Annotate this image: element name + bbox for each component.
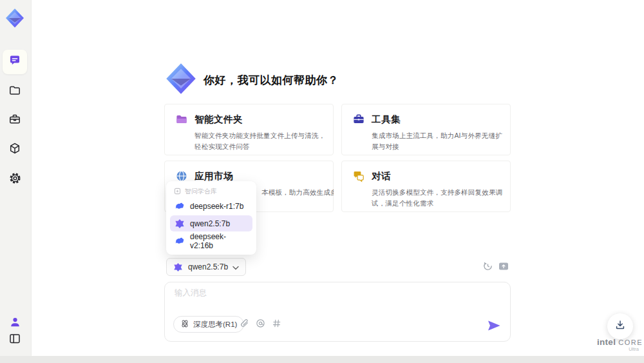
- download-icon: [614, 319, 626, 333]
- briefcase-blue-icon: [352, 113, 365, 126]
- chat-gold-icon: [352, 170, 365, 182]
- message-composer: 深度思考(R1): [164, 282, 511, 342]
- sidebar-item-collapse[interactable]: [3, 328, 27, 352]
- folder-icon: [8, 84, 21, 99]
- download-button[interactable]: [607, 313, 633, 339]
- qwen-icon: [173, 262, 184, 272]
- deepseek-icon: [175, 236, 185, 246]
- composer-top-actions: [483, 261, 509, 273]
- card-description: 智能文件夹功能支持批量文件上传与清洗，轻松实现文件问答: [194, 130, 331, 152]
- model-dropdown: 智问学合库 deepseek-r1:7b qwen2.5:7b deepseek…: [166, 181, 256, 255]
- card-description: 集成市场上主流工具，助力AI与外界无缝扩展与对接: [372, 130, 508, 152]
- model-option-label: qwen2.5:7b: [190, 219, 230, 228]
- card-title: 应用市场: [194, 170, 233, 182]
- deep-think-label: 深度思考(R1): [193, 320, 237, 329]
- message-input[interactable]: [173, 288, 485, 298]
- deep-think-toggle[interactable]: 深度思考(R1): [173, 316, 244, 333]
- gear-icon: [8, 172, 22, 188]
- sidebar-item-apps[interactable]: [3, 137, 27, 162]
- model-selector-button[interactable]: qwen2.5:7b: [166, 258, 246, 276]
- sidebar-item-tools[interactable]: [3, 108, 27, 133]
- sidebar-item-settings[interactable]: [3, 167, 27, 191]
- card-toolset[interactable]: 工具集 集成市场上主流工具，助力AI与外界无缝扩展与对接: [341, 104, 511, 155]
- kb-icon: [174, 188, 181, 196]
- chevron-down-icon: [232, 261, 239, 273]
- card-conversation[interactable]: 对话 灵活切换多模型文件，支持多样回复效果调试，满足个性化需求: [341, 161, 511, 212]
- greeting-title: 你好，我可以如何帮助你？: [204, 73, 339, 88]
- app-logo-icon: [5, 8, 25, 28]
- qwen-icon: [175, 219, 185, 229]
- intel-brand-label: intel: [597, 337, 616, 347]
- model-option-deepseek-r1[interactable]: deepseek-r1:7b: [170, 198, 252, 214]
- sidebar-item-folders[interactable]: [3, 79, 27, 104]
- market-globe-icon: [175, 170, 188, 182]
- selected-model-label: qwen2.5:7b: [188, 262, 228, 271]
- model-option-qwen[interactable]: qwen2.5:7b: [170, 215, 252, 231]
- model-option-label: deepseek-r1:7b: [190, 202, 243, 211]
- intel-sub-label: Ultra: [596, 347, 644, 352]
- card-title: 智能文件夹: [194, 113, 243, 126]
- app-window: 你好，我可以如何帮助你？ 智能文件夹 智能文件夹功能支持批量文件上传与清洗，轻松…: [0, 0, 644, 363]
- send-icon[interactable]: [487, 319, 501, 332]
- bottom-taskbar-strip: [0, 356, 644, 363]
- hero-logo-icon: [164, 62, 198, 95]
- model-option-deepseek-v2[interactable]: deepseek-v2:16b: [170, 233, 252, 249]
- briefcase-icon: [8, 113, 21, 128]
- chat-icon: [8, 54, 21, 70]
- intel-core-badge: intel CORE Ultra: [596, 338, 644, 352]
- dropdown-header: 智问学合库: [170, 186, 252, 197]
- cube-icon: [8, 142, 21, 157]
- folder-purple-icon: [175, 113, 188, 126]
- card-title: 对话: [372, 170, 391, 182]
- model-option-label: deepseek-v2:16b: [190, 232, 248, 250]
- atom-icon: [180, 319, 189, 329]
- at-icon[interactable]: [256, 319, 265, 331]
- card-smart-folder[interactable]: 智能文件夹 智能文件夹功能支持批量文件上传与清洗，轻松实现文件问答: [164, 104, 334, 155]
- panel-layout-icon: [8, 332, 21, 348]
- attachment-icon[interactable]: [240, 319, 249, 331]
- sidebar-item-chat[interactable]: [3, 50, 27, 74]
- grid-icon[interactable]: [272, 319, 281, 331]
- deepseek-icon: [175, 201, 185, 211]
- composer-tools: [240, 319, 281, 331]
- intel-product-label: CORE: [618, 338, 643, 346]
- card-title: 工具集: [372, 113, 401, 126]
- history-icon[interactable]: [483, 261, 493, 273]
- dropdown-header-label: 智问学合库: [185, 187, 217, 196]
- mini-window-icon[interactable]: [498, 262, 509, 273]
- sidebar: [0, 0, 32, 363]
- card-description: 灵活切换多模型文件，支持多样回复效果调试，满足个性化需求: [372, 187, 508, 209]
